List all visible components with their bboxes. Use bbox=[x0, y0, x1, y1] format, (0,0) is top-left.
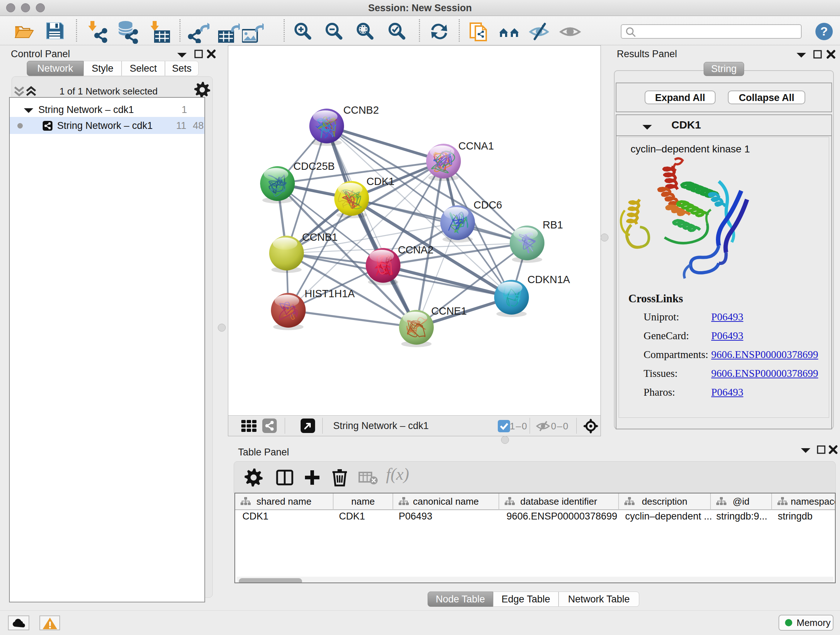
svg-text:CDC25B: CDC25B bbox=[294, 160, 335, 172]
svg-text:CCNB1: CCNB1 bbox=[302, 231, 338, 243]
svg-text:CCNE1: CCNE1 bbox=[431, 305, 467, 317]
svg-text:CCNA2: CCNA2 bbox=[398, 244, 433, 256]
svg-text:CDKN1A: CDKN1A bbox=[527, 274, 570, 285]
svg-text:?: ? bbox=[821, 24, 828, 38]
svg-text:CCNA1: CCNA1 bbox=[458, 140, 494, 152]
svg-text:CCNB2: CCNB2 bbox=[343, 104, 379, 116]
svg-text:CDK1: CDK1 bbox=[366, 176, 394, 187]
svg-text:RB1: RB1 bbox=[543, 219, 563, 231]
svg-text:HIST1H1A: HIST1H1A bbox=[305, 288, 355, 299]
svg-text:CDC6: CDC6 bbox=[474, 199, 502, 211]
